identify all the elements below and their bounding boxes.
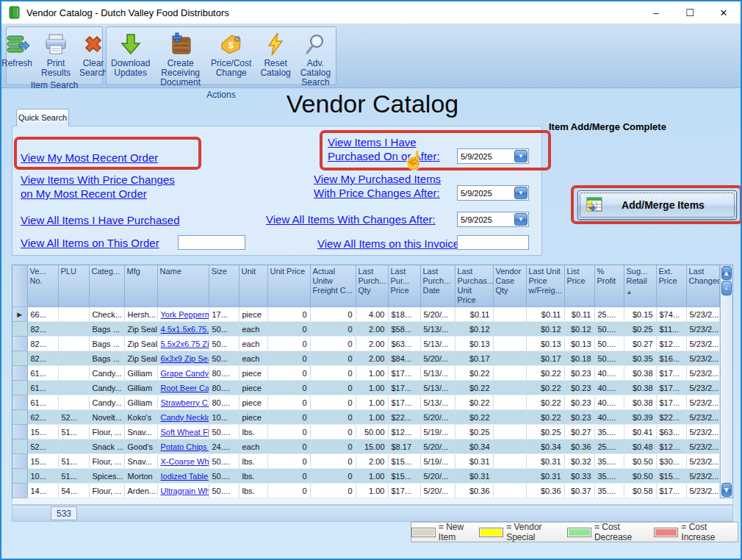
row-selector[interactable] [12, 366, 27, 381]
date-picker-changes-after[interactable]: 5/9/2025 ▼ [457, 212, 529, 227]
reset-catalog-button[interactable]: Reset Catalog [256, 29, 295, 79]
item-name-link[interactable]: X-Coarse Wh... [157, 454, 209, 469]
scroll-down-icon[interactable]: ▼ [721, 483, 732, 497]
item-name-link[interactable]: 4.5x1.5x6.75... [157, 322, 209, 337]
column-header[interactable]: List Price [564, 265, 594, 307]
column-header[interactable]: PLU [58, 265, 89, 307]
item-name-link[interactable]: Root Beer Ca... [157, 381, 209, 395]
chevron-down-icon[interactable]: ▼ [514, 187, 527, 199]
link-view-all-purchased[interactable]: View All Items I Have Purchased [21, 213, 180, 227]
row-selector[interactable] [12, 439, 27, 454]
scrollbar-track[interactable] [721, 295, 733, 482]
price-cost-change-button[interactable]: $ Price/Cost Change [206, 29, 256, 79]
table-row[interactable]: 61...Candy...GilliamStrawberry C...80...… [12, 395, 719, 410]
link-view-all-on-this-order[interactable]: View All Items on This Order [21, 236, 159, 250]
create-receiving-document-button[interactable]: Create Receiving Document [154, 29, 206, 89]
chevron-down-icon[interactable]: ▼ [514, 213, 527, 226]
table-row[interactable]: 82...Bags ...Zip Seal6x3x9 Zip Sea...50.… [12, 351, 719, 366]
item-name-link[interactable]: Ultragrain Whi... [157, 484, 209, 498]
column-header[interactable]: Unit [239, 265, 267, 307]
column-header[interactable]: Last Changed [686, 265, 719, 307]
item-name-link[interactable]: Potato Chips (... [157, 439, 209, 454]
column-header[interactable]: Vendor Case Qty [493, 265, 526, 307]
close-button[interactable]: ✕ [707, 1, 741, 24]
vertical-scrollbar[interactable]: ▲ ≡ ▼ [720, 265, 733, 498]
table-cell: $0.34 [455, 439, 493, 454]
item-name-link[interactable]: Strawberry C... [157, 395, 209, 410]
scrollbar-thumb[interactable]: ≡ [721, 281, 732, 295]
table-row[interactable]: 61...Candy...GilliamRoot Beer Ca...80...… [12, 381, 719, 395]
column-header[interactable]: Categ... [89, 265, 124, 307]
column-header[interactable]: Ext. Price [656, 265, 686, 307]
refresh-button[interactable]: Refresh [0, 29, 37, 70]
column-header[interactable]: Name [157, 265, 209, 307]
row-selector[interactable] [12, 395, 27, 410]
table-row[interactable]: 82...Bags ...Zip Seal5.5x2x6.75 Zi...50.… [12, 337, 719, 351]
table-cell: Flour, ... [89, 484, 124, 498]
adv-catalog-search-button[interactable]: Adv. Catalog Search [295, 29, 336, 89]
table-cell: 50.00 [356, 425, 388, 439]
date-picker-price-changes-after[interactable]: 5/9/2025 ▼ [457, 185, 529, 201]
item-name-link[interactable]: Grape Candy ... [157, 366, 209, 381]
table-cell: $0.27 [564, 425, 594, 439]
table-row[interactable]: ▶66...Check...Hersh...York Peppermi...17… [12, 307, 719, 322]
row-selector[interactable] [12, 454, 27, 469]
tab-quick-search[interactable]: Quick Search [16, 109, 69, 126]
row-selector[interactable] [12, 469, 27, 484]
column-header[interactable]: % Profit [594, 265, 624, 307]
row-selector[interactable] [12, 351, 27, 366]
invoice-number-input[interactable] [457, 235, 529, 250]
column-header[interactable]: Size [209, 265, 239, 307]
table-row[interactable]: 15...51...Flour, ...Snav...X-Coarse Wh..… [12, 454, 719, 469]
minimize-button[interactable]: – [639, 1, 673, 24]
refresh-icon [4, 31, 30, 57]
link-view-price-changes-recent-order[interactable]: View Items With Price Changes on My Most… [21, 173, 175, 201]
row-selector[interactable] [12, 425, 27, 439]
table-cell: $0.25 [624, 322, 656, 337]
column-header[interactable]: Last Unit Price w/Freig... [526, 265, 564, 307]
column-header[interactable]: Ve... No. [27, 265, 58, 307]
table-cell: $0.23 [564, 410, 594, 425]
scroll-up-icon[interactable]: ▲ [721, 266, 732, 280]
link-purchased-items-price-changes[interactable]: View My Purchased Items With Price Chang… [314, 172, 441, 200]
column-header[interactable]: Sug... Retail ▲ [624, 265, 656, 307]
horizontal-scrollbar[interactable] [12, 498, 733, 505]
row-selector[interactable] [12, 410, 27, 425]
column-header[interactable]: Last Pur... Price [388, 265, 420, 307]
column-header[interactable]: Mfg [124, 265, 157, 307]
row-selector[interactable] [12, 322, 27, 337]
column-header[interactable]: Last Purchas... Unit Price [455, 265, 493, 307]
link-all-items-changes-after[interactable]: View All Items With Changes After: [266, 212, 436, 226]
table-row[interactable]: 15...51...Flour, ...Snav...Soft Wheat Fl… [12, 425, 719, 439]
item-name-link[interactable]: York Peppermi... [157, 307, 209, 322]
table-row[interactable]: 61...Candy...GilliamGrape Candy ...80...… [12, 366, 719, 381]
item-name-link[interactable]: Candy Neckla... [157, 410, 209, 425]
download-updates-button[interactable]: Download Updates [107, 29, 154, 79]
row-selector[interactable] [12, 381, 27, 395]
row-selector[interactable]: ▶ [12, 307, 27, 322]
table-cell [58, 366, 89, 381]
item-name-link[interactable]: 5.5x2x6.75 Zi... [157, 337, 209, 351]
column-header[interactable]: Last Purch... Date [420, 265, 455, 307]
table-row[interactable]: 14...54...Flour, ...Arden...Ultragrain W… [12, 484, 719, 498]
table-row[interactable]: 52...Snack ...Good'sPotato Chips (...24.… [12, 439, 719, 454]
row-selector[interactable] [12, 337, 27, 351]
column-header[interactable]: Unit Price [267, 265, 310, 307]
table-row[interactable]: 62...52...Novelt...Koko'sCandy Neckla...… [12, 410, 719, 425]
item-name-link[interactable]: 6x3x9 Zip Sea... [157, 351, 209, 366]
item-name-link[interactable]: Iodized Table ... [157, 469, 209, 484]
column-header[interactable]: Last Purch... Qty [356, 265, 388, 307]
row-selector[interactable] [12, 484, 27, 498]
table-row[interactable]: 10...51...Spices...MortonIodized Table .… [12, 469, 719, 484]
column-header[interactable]: Actual Unitw Freight C... [310, 265, 356, 307]
table-cell: piece [239, 395, 267, 410]
item-name-link[interactable]: Soft Wheat Fl... [157, 425, 209, 439]
maximize-button[interactable]: ☐ [673, 1, 707, 24]
order-number-input[interactable] [178, 235, 245, 250]
link-all-items-on-invoice[interactable]: View All Items on this Invoice [317, 237, 459, 251]
table-cell: 0 [267, 381, 310, 395]
table-cell: $0.17 [455, 351, 493, 366]
table-cell: Novelt... [89, 410, 124, 425]
table-row[interactable]: 82...Bags ...Zip Seal4.5x1.5x6.75...50..… [12, 322, 719, 337]
print-results-button[interactable]: Print Results [37, 29, 75, 79]
